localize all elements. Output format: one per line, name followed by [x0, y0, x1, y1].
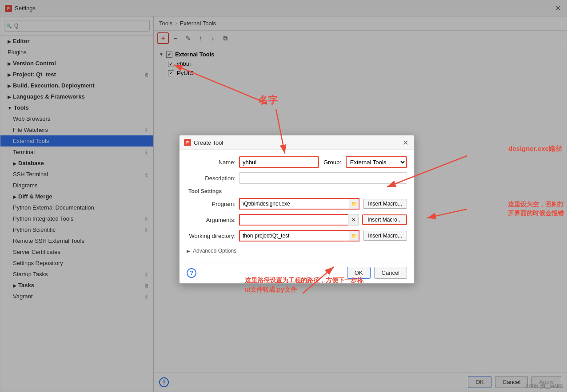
dialog-help-button[interactable]: ?: [187, 268, 196, 278]
arguments-label: Arguments:: [187, 217, 236, 223]
dialog-footer: ? OK Cancel: [180, 262, 414, 283]
name-label: Name:: [187, 159, 236, 166]
name-input-wrap: Group: External Tools: [239, 156, 407, 168]
program-input[interactable]: [239, 198, 349, 210]
main-window: P Settings ✕ ▶Editor Plugins ▶Version Co…: [0, 0, 567, 392]
dialog-close-button[interactable]: ✕: [401, 138, 410, 147]
name-input[interactable]: [239, 156, 319, 168]
description-row: Description:: [187, 172, 407, 184]
dialog-ok-button[interactable]: OK: [347, 267, 371, 279]
working-dir-input[interactable]: [239, 230, 349, 242]
working-dir-field: 📁: [239, 230, 359, 242]
advanced-options-row[interactable]: ▶ Advanced Options: [187, 246, 407, 256]
arguments-browse-button[interactable]: ✕: [348, 214, 359, 226]
dialog-app-icon: P: [184, 139, 191, 146]
arguments-insert-macro-button[interactable]: Insert Macro...: [362, 214, 407, 225]
program-insert-macro-button[interactable]: Insert Macro...: [363, 199, 407, 209]
program-browse-button[interactable]: 📁: [349, 198, 359, 210]
tool-settings-section: Tool Settings Program: 📁 Insert Macro...…: [187, 188, 407, 256]
name-row: Name: Group: External Tools: [187, 156, 407, 168]
create-tool-dialog: P Create Tool ✕ Name: Group: External To…: [179, 135, 415, 284]
dialog-overlay: P Create Tool ✕ Name: Group: External To…: [0, 0, 567, 392]
working-dir-label: Working directory:: [187, 233, 236, 239]
dialog-body: Name: Group: External Tools Description:: [180, 150, 414, 262]
arguments-input[interactable]: [239, 214, 348, 226]
dialog-title-bar: P Create Tool ✕: [180, 135, 414, 150]
program-field: 📁: [239, 198, 359, 210]
advanced-options-label: Advanced Options: [193, 248, 236, 254]
program-label: Program:: [187, 201, 236, 207]
description-input[interactable]: [239, 172, 407, 184]
working-dir-browse-button[interactable]: 📁: [349, 230, 359, 242]
arguments-field: ✕: [239, 214, 359, 226]
group-label: Group:: [323, 159, 341, 166]
description-label: Description:: [187, 175, 236, 182]
group-select[interactable]: External Tools: [346, 156, 407, 168]
arguments-row: Arguments: ✕ Insert Macro...: [187, 214, 407, 226]
dialog-cancel-button[interactable]: Cancel: [374, 267, 407, 279]
working-dir-insert-macro-button[interactable]: Insert Macro...: [363, 231, 407, 241]
dialog-title: Create Tool: [194, 139, 401, 146]
dialog-footer-right: OK Cancel: [347, 267, 407, 279]
tool-settings-label: Tool Settings: [187, 188, 407, 194]
program-row: Program: 📁 Insert Macro...: [187, 198, 407, 210]
working-dir-row: Working directory: 📁 Insert Macro...: [187, 230, 407, 242]
